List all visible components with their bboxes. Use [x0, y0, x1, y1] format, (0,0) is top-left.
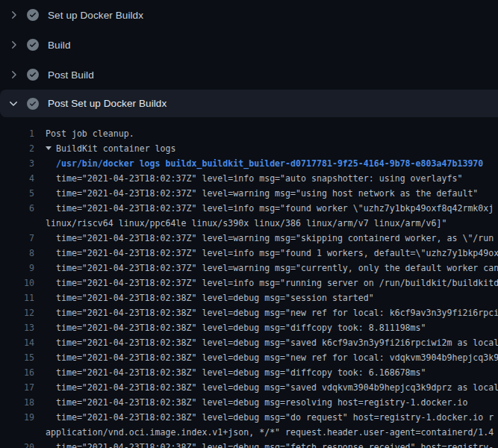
- log-line-text: Post job cleanup.: [46, 126, 134, 141]
- log-line-text: time="2021-04-23T18:02:37Z" level=warnin…: [46, 261, 498, 276]
- line-number-link: [0, 425, 34, 440]
- log-row: 17 time="2021-04-23T18:02:38Z" level=deb…: [0, 380, 498, 395]
- log-line-text: time="2021-04-23T18:02:37Z" level=info m…: [46, 171, 462, 186]
- line-number-link[interactable]: 10: [0, 276, 34, 290]
- log-line-text: time="2021-04-23T18:02:38Z" level=debug …: [46, 320, 426, 335]
- log-line-text: time="2021-04-23T18:02:38Z" level=debug …: [46, 365, 426, 380]
- line-number-link[interactable]: 16: [0, 365, 34, 380]
- step-label: Set up Docker Buildx: [48, 10, 143, 21]
- line-number-link[interactable]: 4: [0, 171, 34, 186]
- steps-list: Set up Docker Buildx Build Post Build Po…: [0, 0, 498, 117]
- line-number-link[interactable]: 19: [0, 410, 34, 425]
- line-number-link[interactable]: 2: [0, 141, 34, 156]
- log-row: 2BuildKit container logs: [0, 141, 498, 156]
- line-number-link[interactable]: 6: [0, 201, 34, 216]
- chevron-right-icon: [7, 69, 19, 81]
- chevron-right-icon: [7, 39, 19, 51]
- log-rows: 1Post job cleanup.2BuildKit container lo…: [0, 126, 498, 448]
- log-row: 11 time="2021-04-23T18:02:38Z" level=deb…: [0, 290, 498, 305]
- line-number-link[interactable]: 14: [0, 335, 34, 350]
- log-line-text: time="2021-04-23T18:02:37Z" level=info m…: [46, 201, 494, 216]
- log-line-text: time="2021-04-23T18:02:37Z" level=warnin…: [46, 231, 494, 246]
- log-row: 4 time="2021-04-23T18:02:37Z" level=info…: [0, 171, 498, 186]
- log-line-text: time="2021-04-23T18:02:37Z" level=info m…: [46, 276, 498, 290]
- log-row: 9 time="2021-04-23T18:02:37Z" level=warn…: [0, 261, 498, 276]
- log-row: linux/riscv64 linux/ppc64le linux/s390x …: [0, 216, 498, 231]
- log-line-text: application/vnd.oci.image.index.v1+json,…: [46, 425, 494, 440]
- line-number-link: [0, 216, 34, 231]
- log-row: 6 time="2021-04-23T18:02:37Z" level=info…: [0, 201, 498, 216]
- log-row: 12 time="2021-04-23T18:02:38Z" level=deb…: [0, 305, 498, 320]
- log-line-text: time="2021-04-23T18:02:38Z" level=debug …: [46, 410, 494, 425]
- log-command-text: /usr/bin/docker logs buildx_buildkit_bui…: [46, 156, 483, 171]
- chevron-down-icon: [7, 98, 19, 110]
- check-circle-icon: [27, 98, 39, 110]
- line-number-link[interactable]: 13: [0, 320, 34, 335]
- actions-log-viewer: Set up Docker Buildx Build Post Build Po…: [0, 0, 498, 448]
- step-label: Build: [48, 40, 71, 51]
- step-row-set-up-docker-buildx[interactable]: Set up Docker Buildx: [0, 0, 498, 30]
- log-row: 8 time="2021-04-23T18:02:37Z" level=info…: [0, 246, 498, 261]
- log-row: 1Post job cleanup.: [0, 126, 498, 141]
- line-number-link[interactable]: 8: [0, 246, 34, 261]
- line-number-link[interactable]: 15: [0, 350, 34, 365]
- log-line-text: linux/riscv64 linux/ppc64le linux/s390x …: [46, 216, 446, 231]
- check-circle-icon: [27, 39, 39, 51]
- line-number-link[interactable]: 7: [0, 231, 34, 246]
- step-label: Post Build: [48, 69, 94, 81]
- log-row: 18 time="2021-04-23T18:02:38Z" level=deb…: [0, 395, 498, 410]
- log-line-text: time="2021-04-23T18:02:37Z" level=warnin…: [46, 186, 478, 201]
- check-circle-icon: [27, 9, 39, 21]
- line-number-link[interactable]: 17: [0, 380, 34, 395]
- log-row: 20 time="2021-04-23T18:02:38Z" level=deb…: [0, 440, 498, 448]
- log-line-text: time="2021-04-23T18:02:38Z" level=debug …: [46, 335, 498, 350]
- step-row-build[interactable]: Build: [0, 30, 498, 60]
- check-circle-icon: [27, 69, 39, 81]
- log-line-text: time="2021-04-23T18:02:38Z" level=debug …: [46, 350, 498, 365]
- line-number-link[interactable]: 9: [0, 261, 34, 276]
- line-number-link[interactable]: 11: [0, 290, 34, 305]
- log-group-toggle[interactable]: BuildKit container logs: [46, 141, 176, 156]
- line-number-link[interactable]: 1: [0, 126, 34, 141]
- chevron-right-icon: [7, 9, 19, 21]
- step-row-post-build[interactable]: Post Build: [0, 60, 498, 90]
- log-area: 1Post job cleanup.2BuildKit container lo…: [0, 117, 498, 448]
- line-number-link[interactable]: 12: [0, 305, 34, 320]
- log-line-text: time="2021-04-23T18:02:37Z" level=info m…: [46, 246, 498, 261]
- line-number-link[interactable]: 3: [0, 156, 34, 171]
- log-line-text: time="2021-04-23T18:02:38Z" level=debug …: [46, 380, 498, 395]
- log-line-text: time="2021-04-23T18:02:38Z" level=debug …: [46, 395, 467, 410]
- log-row: 15 time="2021-04-23T18:02:38Z" level=deb…: [0, 350, 498, 365]
- log-line-text: time="2021-04-23T18:02:38Z" level=debug …: [46, 440, 494, 448]
- line-number-link[interactable]: 20: [0, 440, 34, 448]
- log-row: 7 time="2021-04-23T18:02:37Z" level=warn…: [0, 231, 498, 246]
- log-group-caret-icon: [46, 146, 52, 150]
- step-row-post-set-up-docker-buildx[interactable]: Post Set up Docker Buildx: [0, 90, 498, 117]
- log-line-text: time="2021-04-23T18:02:38Z" level=debug …: [46, 305, 498, 320]
- step-label: Post Set up Docker Buildx: [48, 98, 166, 109]
- line-number-link[interactable]: 18: [0, 395, 34, 410]
- log-row: 5 time="2021-04-23T18:02:37Z" level=warn…: [0, 186, 498, 201]
- log-row: application/vnd.oci.image.index.v1+json,…: [0, 425, 498, 440]
- log-row: 3 /usr/bin/docker logs buildx_buildkit_b…: [0, 156, 498, 171]
- log-row: 19 time="2021-04-23T18:02:38Z" level=deb…: [0, 410, 498, 425]
- line-number-link[interactable]: 5: [0, 186, 34, 201]
- log-row: 10 time="2021-04-23T18:02:37Z" level=inf…: [0, 276, 498, 290]
- log-line-text: time="2021-04-23T18:02:38Z" level=debug …: [46, 290, 374, 305]
- log-row: 14 time="2021-04-23T18:02:38Z" level=deb…: [0, 335, 498, 350]
- log-row: 13 time="2021-04-23T18:02:38Z" level=deb…: [0, 320, 498, 335]
- log-row: 16 time="2021-04-23T18:02:38Z" level=deb…: [0, 365, 498, 380]
